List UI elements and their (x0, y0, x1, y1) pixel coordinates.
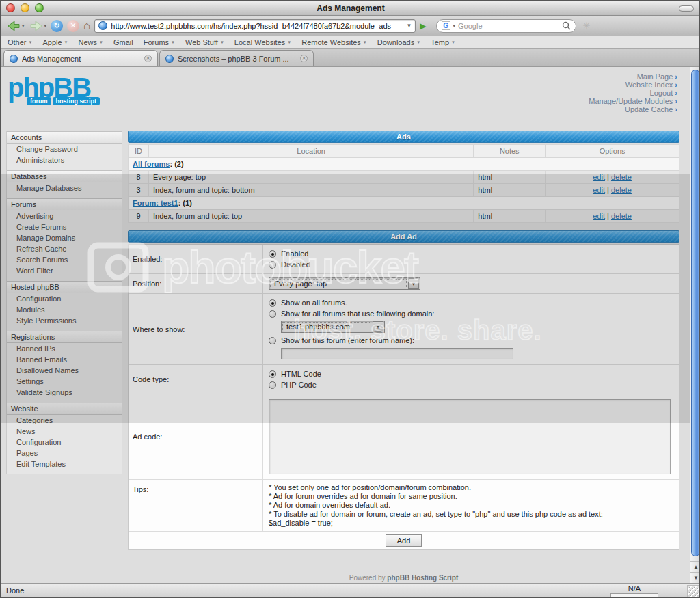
show-all-forums-radio[interactable] (269, 299, 276, 307)
forward-button[interactable]: ▾ (29, 20, 47, 32)
sidebar-item-banned-ips[interactable]: Banned IPs (7, 343, 122, 354)
delete-link[interactable]: delete (611, 212, 632, 220)
url-dropdown-icon[interactable]: ▼ (406, 23, 412, 29)
bookmark-item-apple[interactable]: Apple▼ (42, 38, 68, 46)
bookmark-item-other[interactable]: Other▼ (8, 38, 32, 46)
bookmark-item-temp[interactable]: Temp▼ (431, 38, 455, 46)
show-all-forums-label[interactable]: Show on all forums. (281, 297, 347, 308)
sidebar-item-administrators[interactable]: Administrators (7, 154, 122, 165)
sidebar-item-word-filter[interactable]: Word Filter (7, 265, 122, 276)
close-window-button[interactable] (6, 3, 15, 12)
all-forums-link[interactable]: All forums (133, 160, 170, 168)
link-main-page[interactable]: Main Page › (589, 72, 677, 81)
resize-grip[interactable] (687, 585, 700, 598)
sidebar-item-manage-domains[interactable]: Manage Domains (7, 232, 122, 243)
stop-button[interactable]: ✕ (67, 20, 79, 32)
edit-link[interactable]: edit (593, 186, 605, 194)
forum-test1-link[interactable]: Forum: test1 (133, 199, 178, 207)
edit-link[interactable]: edit (593, 173, 605, 181)
enabled-option-label[interactable]: Enabled (281, 248, 308, 259)
phpbb-logo[interactable]: phpBB forum hosting script (8, 74, 100, 105)
php-code-label[interactable]: PHP Code (281, 379, 317, 390)
scrollbar-thumb[interactable] (691, 70, 700, 556)
bookmark-item-remote-websites[interactable]: Remote Websites▼ (301, 38, 367, 46)
scroll-up-arrow-icon[interactable]: ▲ (690, 561, 700, 572)
zoom-window-button[interactable] (35, 3, 44, 12)
sidebar-item-validate-signups[interactable]: Validate Signups (7, 387, 122, 398)
sidebar-item-banned-emails[interactable]: Banned Emails (7, 354, 122, 365)
sidebar-item-configuration[interactable]: Configuration (7, 293, 122, 304)
tab-ads-management[interactable]: Ads Management ✕ (3, 50, 158, 66)
tips-label: Tips: (129, 480, 263, 531)
bookmark-item-local-websites[interactable]: Local Websites▼ (234, 38, 291, 46)
link-logout[interactable]: Logout › (589, 89, 677, 97)
close-tab-icon[interactable]: ✕ (300, 55, 308, 62)
reload-button[interactable]: ↻ (51, 20, 63, 32)
vertical-scrollbar[interactable]: ▲ ▼ (690, 67, 700, 583)
show-forum-label[interactable]: Show for this forum (enter forum name): (281, 335, 414, 346)
tab-label[interactable]: Screenshots – phpBB 3 Forum ... (178, 55, 296, 63)
sidebar-item-categories[interactable]: Categories (7, 415, 122, 426)
tab-screenshots[interactable]: Screenshots – phpBB 3 Forum ... ✕ (159, 50, 314, 66)
sidebar-item-modules[interactable]: Modules (7, 304, 122, 315)
tab-label[interactable]: Ads Management (22, 55, 140, 63)
group-count: : (1) (178, 199, 192, 207)
chevron-down-icon[interactable]: ▼ (373, 321, 383, 332)
html-code-radio[interactable] (269, 370, 276, 378)
sidebar-item-edit-templates[interactable]: Edit Templates (7, 459, 122, 470)
bookmark-item-downloads[interactable]: Downloads▼ (377, 38, 420, 46)
bookmark-item-web-stuff[interactable]: Web Stuff▼ (185, 38, 224, 46)
bookmark-item-news[interactable]: News▼ (79, 38, 103, 46)
search-input[interactable]: G ▾ Google (436, 19, 576, 33)
add-button[interactable]: Add (386, 534, 422, 547)
enabled-radio[interactable] (269, 250, 276, 258)
delete-link[interactable]: delete (611, 173, 632, 181)
edit-link[interactable]: edit (593, 212, 605, 220)
minimize-window-button[interactable] (21, 3, 29, 12)
go-button[interactable]: ▶ (420, 21, 426, 31)
sidebar-item-style-permissions[interactable]: Style Permissions (7, 315, 122, 326)
delete-link[interactable]: delete (611, 186, 632, 194)
sidebar-item-news[interactable]: News (7, 426, 122, 437)
sidebar-item-create-forums[interactable]: Create Forums (7, 221, 122, 232)
sidebar-item-disallowed-names[interactable]: Disallowed Names (7, 365, 122, 376)
link-website-index[interactable]: Website Index › (589, 81, 677, 89)
chevron-down-icon[interactable]: ▼ (408, 278, 419, 289)
ad-code-textarea[interactable] (269, 399, 671, 474)
sidebar-item-pages[interactable]: Pages (7, 448, 122, 459)
search-engine-dropdown[interactable]: ▾ (453, 23, 456, 29)
sidebar-section-forums: Forums (7, 198, 122, 210)
toolbar-toggle-pill[interactable] (679, 5, 694, 12)
domain-select[interactable]: test1.phpbbhs.com ▼ (281, 321, 385, 333)
sidebar-item-website-configuration[interactable]: Configuration (7, 437, 122, 448)
home-button[interactable]: ⌂ (83, 20, 90, 31)
php-code-radio[interactable] (269, 381, 276, 389)
link-update-cache[interactable]: Update Cache › (589, 105, 677, 113)
bookmark-item-gmail[interactable]: Gmail (113, 38, 133, 46)
url-text[interactable]: http://www.test2.phpbbhs.com/hs/index.ph… (111, 22, 403, 30)
tip-line: * Ad for domain overrides default ad. (269, 501, 673, 510)
sidebar-item-manage-databases[interactable]: Manage Databases (7, 182, 122, 193)
close-tab-icon[interactable]: ✕ (144, 55, 152, 62)
disabled-option-label[interactable]: Disabled (281, 259, 310, 270)
url-bar[interactable]: http://www.test2.phpbbhs.com/hs/index.ph… (94, 19, 416, 33)
sidebar-item-advertising[interactable]: Advertising (7, 210, 122, 221)
sidebar-item-change-password[interactable]: Change Password (7, 144, 122, 154)
search-icon[interactable] (562, 21, 571, 30)
show-domain-label[interactable]: Show for all forums that use following d… (281, 308, 434, 319)
back-history-dropdown[interactable]: ▾ (22, 23, 25, 29)
position-select[interactable]: Every page: top ▼ (269, 277, 420, 290)
scroll-down-arrow-icon[interactable]: ▼ (690, 572, 700, 583)
html-code-label[interactable]: HTML Code (281, 368, 321, 379)
sidebar-item-settings[interactable]: Settings (7, 376, 122, 387)
show-domain-radio[interactable] (269, 310, 276, 318)
bookmark-item-forums[interactable]: Forums▼ (144, 38, 175, 46)
sidebar-item-search-forums[interactable]: Search Forums (7, 254, 122, 265)
forum-name-input[interactable] (281, 348, 513, 359)
sidebar-item-refresh-cache[interactable]: Refresh Cache (7, 243, 122, 254)
disabled-radio[interactable] (269, 261, 276, 269)
show-forum-radio[interactable] (269, 337, 276, 344)
back-button[interactable]: ▾ (6, 20, 25, 32)
forward-history-dropdown[interactable]: ▾ (44, 23, 47, 29)
link-manage-update-modules[interactable]: Manage/Update Modules › (589, 97, 677, 105)
